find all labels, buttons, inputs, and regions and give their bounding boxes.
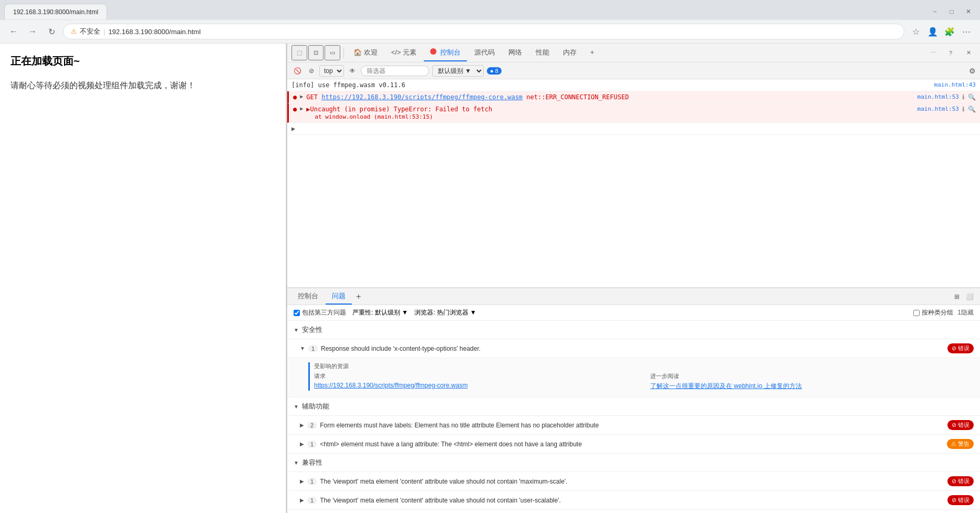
help-icon-2[interactable]: ℹ (962, 106, 965, 113)
menu-btn[interactable]: ⋯ (959, 24, 974, 39)
expand-arrow-1[interactable]: ▶ (300, 93, 303, 99)
console-eye-btn[interactable]: 👁 (347, 66, 358, 76)
forward-button[interactable]: → (25, 24, 40, 39)
further-link[interactable]: 了解这一点很重要的原因及在 webhint.io 上修复的方法 (650, 382, 802, 390)
bookmark-btn[interactable]: ☆ (909, 24, 923, 39)
address-bar[interactable]: ⚠ 不安全 | 192.168.3.190:8000/main.html (63, 24, 904, 39)
tab-console[interactable]: 控制台 (424, 45, 467, 61)
devtools-icon-1[interactable]: ⬚ (291, 45, 307, 60)
nav-right: ☆ 👤 🧩 ⋯ (909, 24, 974, 39)
expand-more-arrow[interactable]: ▶ (291, 125, 295, 132)
level-select[interactable]: 默认级别 ▼ (432, 65, 484, 77)
category-arrow-security: ▼ (294, 327, 299, 333)
issue-expand-a2[interactable]: ▶ (300, 441, 304, 447)
issue-expand-c1[interactable]: ▶ (300, 478, 304, 484)
lock-icon: ⚠ (71, 28, 77, 35)
category-name-acc: 辅助功能 (302, 402, 329, 411)
issue-header-c2[interactable]: ▶ 1 The 'viewport' meta element 'content… (287, 491, 980, 509)
maximize-btn[interactable]: □ (944, 4, 959, 19)
issue-header-acc-2[interactable]: ▶ 1 <html> element must have a lang attr… (287, 435, 980, 453)
console-error-text-1: GET https://192.168.3.190/scripts/ffmpeg… (306, 93, 629, 101)
devtools-help-btn[interactable]: ? (943, 46, 958, 60)
category-compatibility: ▼ 兼容性 ▶ 1 The 'viewport' meta element 'c… (287, 454, 980, 510)
refresh-button[interactable]: ↻ (44, 24, 59, 39)
console-expand-line: ▶ (287, 123, 980, 135)
third-party-filter[interactable]: 包括第三方问题 (294, 308, 346, 317)
third-party-checkbox[interactable] (294, 310, 300, 316)
issue-expand-a1[interactable]: ▶ (300, 422, 304, 428)
tab-welcome[interactable]: 🏠 欢迎 (347, 45, 384, 61)
category-header-compat[interactable]: ▼ 兼容性 (287, 454, 980, 472)
bottom-tab-issues[interactable]: 问题 (326, 289, 352, 305)
top-context-select[interactable]: top (319, 65, 344, 77)
category-arrow-compat: ▼ (294, 460, 299, 466)
magnify-icon-1[interactable]: 🔍 (968, 93, 976, 101)
error-link-1[interactable]: https://192.168.3.190/scripts/ffmpeg/ffm… (321, 93, 523, 101)
settings-gear-icon[interactable]: ⚙ (969, 67, 976, 75)
console-line-link-2[interactable]: main.html:53 (918, 93, 959, 100)
help-icon-1[interactable]: ℹ (962, 93, 965, 101)
console-clear-btn[interactable]: 🚫 (291, 66, 304, 76)
category-header-accessibility[interactable]: ▼ 辅助功能 (287, 397, 980, 416)
bottom-icon-split[interactable]: ⊞ (952, 292, 962, 301)
console-error-subtext: at window.onload (main.html:53:15) (306, 113, 433, 120)
url-text: 192.168.3.190:8000/main.html (108, 28, 201, 36)
browser-filter[interactable]: 浏览器: 热门浏览器 ▼ (414, 308, 476, 317)
back-button[interactable]: ← (6, 24, 21, 39)
console-line-info: [info] use ffmpeg.wasm v0.11.6 main.html… (287, 79, 980, 91)
nav-bar: ← → ↻ ⚠ 不安全 | 192.168.3.190:8000/main.ht… (0, 20, 980, 43)
console-filter-btn[interactable]: ⊘ (307, 66, 316, 76)
devtools-separator (343, 48, 344, 58)
extensions-btn[interactable]: 🧩 (942, 24, 957, 39)
issue-text-a1: Form elements must have labels: Element … (320, 422, 944, 429)
expand-arrow-2[interactable]: ▶ (300, 106, 303, 111)
console-toolbar: 🚫 ⊘ top 👁 默认级别 ▼ ● 8 ⚙ (287, 62, 980, 79)
devtools-more-btn[interactable]: ⋯ (925, 46, 940, 60)
browser-chrome: 192.168.3.190:8000/main.html − □ ✕ ← → ↻… (0, 0, 980, 44)
issues-panel: 包括第三方问题 严重性: 默认级别 ▼ 浏览器: 热门浏览器 ▼ 按种类分组 1… (287, 305, 980, 513)
issue-expand-c2[interactable]: ▶ (300, 497, 304, 503)
issue-header-acc-1[interactable]: ▶ 2 Form elements must have labels: Elem… (287, 416, 980, 434)
bottom-icon-maximize[interactable]: ⬜ (964, 292, 976, 301)
issue-num-c2: 1 (307, 497, 317, 504)
issue-acc-1: ▶ 2 Form elements must have labels: Elem… (287, 416, 980, 435)
error-count-badge: ● 8 (487, 67, 502, 75)
bottom-tab-console[interactable]: 控制台 (291, 289, 325, 305)
request-link[interactable]: https://192.168.3.190/scripts/ffmpeg/ffm… (314, 382, 467, 389)
active-tab[interactable]: 192.168.3.190:8000/main.html (4, 4, 107, 19)
issue-text-a2: <html> element must have a lang attribut… (320, 441, 944, 448)
devtools-icon-3[interactable]: ▭ (325, 45, 340, 60)
issue-header-c1[interactable]: ▶ 1 The 'viewport' meta element 'content… (287, 472, 980, 490)
tab-elements[interactable]: </> 元素 (385, 45, 423, 61)
detail-row: 请求 https://192.168.3.190/scripts/ffmpeg/… (314, 372, 974, 391)
request-title: 请求 (314, 372, 638, 380)
devtools-close-btn[interactable]: ✕ (961, 46, 976, 60)
close-btn[interactable]: ✕ (961, 4, 976, 19)
group-checkbox-label[interactable]: 按种类分组 (913, 308, 953, 317)
tab-performance[interactable]: 性能 (529, 45, 556, 61)
issue-compat-1: ▶ 1 The 'viewport' meta element 'content… (287, 472, 980, 491)
tab-network[interactable]: 网络 (502, 45, 528, 61)
category-header-security[interactable]: ▼ 安全性 (287, 321, 980, 339)
issue-num-a1: 2 (307, 422, 317, 429)
profile-btn[interactable]: 👤 (925, 24, 940, 39)
filter-input[interactable] (361, 66, 429, 76)
console-line-link-3[interactable]: main.html:53 (918, 106, 959, 112)
tab-add[interactable]: + (584, 45, 601, 60)
tab-memory[interactable]: 内存 (557, 45, 583, 61)
bottom-tab-add-btn[interactable]: + (353, 291, 364, 302)
devtools-toolbar: ⬚ ⊡ ▭ 🏠 欢迎 </> 元素 控制台 源代码 网络 性能 内存 + ⋯ ?… (287, 44, 980, 62)
console-line-link-1[interactable]: main.html:43 (934, 81, 976, 88)
devtools-icon-2[interactable]: ⊡ (308, 45, 324, 60)
severity-filter[interactable]: 严重性: 默认级别 ▼ (352, 308, 408, 317)
issue-header-security-1[interactable]: ▼ 1 Response should include 'x-content-t… (287, 339, 980, 358)
console-line-error-1: ● ▶ GET https://192.168.3.190/scripts/ff… (287, 91, 980, 103)
magnify-icon-2[interactable]: 🔍 (968, 106, 976, 113)
minimize-btn[interactable]: − (927, 4, 942, 19)
category-header-perf[interactable]: ▼ 性能 (287, 510, 980, 513)
tab-sources[interactable]: 源代码 (468, 45, 501, 61)
hide-label: 1隐藏 (957, 308, 974, 317)
group-checkbox[interactable] (913, 310, 920, 316)
issue-expand-s1[interactable]: ▼ (300, 346, 305, 351)
category-name-compat: 兼容性 (302, 458, 322, 467)
